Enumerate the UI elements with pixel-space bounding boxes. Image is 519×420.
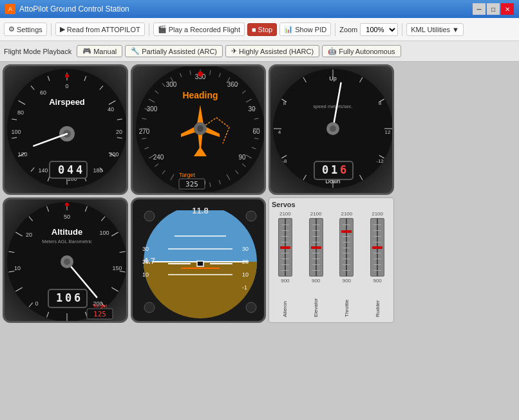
rudder-bottom-value: 900	[373, 278, 381, 284]
stop-button[interactable]: ■ Stop	[247, 23, 277, 36]
attitude-gauge: 30 20 10 -1 30 20 10 11.8	[131, 197, 266, 323]
show-pid-button[interactable]: 📊 Show PID	[279, 23, 331, 36]
rudder-servo: 2100 900 Rudder	[364, 211, 391, 317]
separator-1	[51, 23, 52, 36]
tick	[312, 270, 320, 271]
svg-text:120: 120	[17, 151, 27, 158]
tick	[373, 242, 381, 242]
title-bar: A AttoPilot Ground Control Station ─ □ ✕	[0, 0, 519, 18]
tick	[281, 259, 289, 259]
tick	[281, 242, 289, 242]
elevator-indicator	[311, 246, 321, 249]
svg-text:Target: Target	[179, 172, 196, 178]
close-button[interactable]: ✕	[501, 3, 514, 15]
tick	[281, 230, 289, 231]
zoom-label: Zoom	[339, 26, 357, 33]
flight-mode-playback-label: Flight Mode Playback	[4, 48, 71, 55]
svg-text:325: 325	[185, 180, 198, 188]
svg-text:300: 300	[166, 81, 177, 88]
rudder-label: Rudder	[375, 285, 381, 317]
bottom-instruments-row: 50 100 150 200 0 10 20 Altitude Meters A…	[3, 197, 516, 323]
tick	[281, 236, 289, 237]
stop-label: Stop	[258, 26, 273, 33]
tick	[373, 264, 381, 265]
throttle-bar	[339, 218, 354, 277]
climbrate-svg: Up 8 12 -12 Down 8 4 -8 speed meters/sec…	[270, 66, 394, 192]
tick	[312, 264, 320, 265]
svg-text:Airspeed: Airspeed	[49, 97, 85, 107]
partially-assisted-label: Partially Assisted (ARC)	[142, 48, 217, 55]
svg-text:0: 0	[322, 163, 328, 176]
tick	[343, 236, 350, 237]
svg-text:0: 0	[58, 163, 64, 176]
read-attopilot-button[interactable]: ▶ Read from ATTOPILOT	[55, 23, 145, 36]
svg-text:10: 10	[14, 265, 21, 271]
kml-label: KML Utilities	[411, 26, 450, 33]
svg-text:270: 270	[139, 128, 150, 135]
svg-text:240: 240	[153, 154, 164, 161]
play-icon: 🎬	[158, 25, 167, 33]
partially-assisted-button[interactable]: 🔧 Partially Assisted (ARC)	[125, 45, 223, 57]
tick	[281, 253, 289, 253]
svg-point-92	[197, 125, 203, 132]
minimize-button[interactable]: ─	[473, 3, 486, 15]
manual-mode-button[interactable]: 🎮 Manual	[77, 45, 122, 57]
rudder-indicator	[372, 246, 382, 249]
altitude-gauge: 50 100 150 200 0 10 20 Altitude Meters A…	[3, 197, 128, 323]
heading-svg: 330 360 30 60 90 180 240 270 300 300	[133, 66, 266, 192]
svg-text:speed meters/sec.: speed meters/sec.	[313, 104, 352, 109]
throttle-label: Throttle	[344, 285, 350, 317]
svg-text:-8: -8	[282, 158, 287, 164]
svg-text:360: 360	[227, 81, 238, 88]
svg-text:Heading: Heading	[182, 90, 218, 100]
svg-text:100: 100	[11, 129, 21, 135]
highly-assisted-icon: ✈	[231, 47, 237, 55]
svg-text:0: 0	[65, 291, 71, 304]
zoom-select[interactable]: 100% 75% 125%	[360, 23, 398, 36]
fully-autonomous-button[interactable]: 🤖 Fully Autonomous	[322, 45, 401, 57]
svg-text:4: 4	[76, 163, 82, 176]
tick	[343, 253, 350, 253]
svg-text:300: 300	[147, 105, 158, 113]
maximize-button[interactable]: □	[487, 3, 500, 15]
tick	[312, 259, 320, 259]
fully-autonomous-icon: 🤖	[328, 47, 337, 55]
kml-utilities-button[interactable]: KML Utilities ▼	[406, 23, 464, 36]
svg-text:4: 4	[278, 129, 281, 135]
svg-text:1: 1	[56, 291, 62, 304]
settings-button[interactable]: ⚙ Settings	[4, 23, 47, 36]
tick	[343, 242, 350, 242]
tick	[373, 259, 381, 259]
svg-text:90: 90	[238, 154, 246, 161]
svg-text:6: 6	[74, 291, 80, 304]
aileron-bar	[278, 218, 292, 277]
tick	[373, 236, 381, 237]
rudder-bar	[370, 218, 384, 277]
svg-point-30	[65, 74, 69, 78]
altitude-svg: 50 100 150 200 0 10 20 Altitude Meters A…	[5, 199, 128, 323]
toolbar: ⚙ Settings ▶ Read from ATTOPILOT 🎬 Play …	[0, 18, 519, 41]
elevator-servo: 2100 900 Elevat	[303, 211, 330, 317]
climbrate-gauge: Up 8 12 -12 Down 8 4 -8 speed meters/sec…	[269, 64, 394, 195]
tick	[312, 230, 320, 231]
top-instruments-row: 0 60 80 100 120 140 160 180 200 20 40 Ai…	[3, 64, 516, 195]
highly-assisted-button[interactable]: ✈ Highly Assisted (HARC)	[225, 45, 319, 57]
svg-text:20: 20	[242, 259, 249, 265]
svg-text:125: 125	[93, 310, 106, 318]
elevator-bottom-value: 900	[312, 278, 320, 284]
svg-point-186	[246, 211, 256, 221]
arrow-icon: ▶	[60, 25, 65, 33]
rudder-top-value: 2100	[372, 211, 383, 217]
svg-text:40: 40	[108, 106, 114, 113]
svg-text:1: 1	[331, 163, 337, 176]
play-flight-button[interactable]: 🎬 Play a Recorded Flight	[153, 23, 245, 36]
tick	[373, 270, 381, 271]
partially-assisted-icon: 🔧	[131, 47, 140, 55]
svg-text:12: 12	[385, 129, 391, 135]
throttle-servo: 2100 900 Thrott	[334, 211, 361, 317]
elevator-label: Elevator	[313, 285, 319, 317]
pid-icon: 📊	[284, 25, 293, 33]
window-controls: ─ □ ✕	[473, 3, 514, 15]
svg-point-188	[246, 302, 256, 313]
tick	[281, 264, 289, 265]
